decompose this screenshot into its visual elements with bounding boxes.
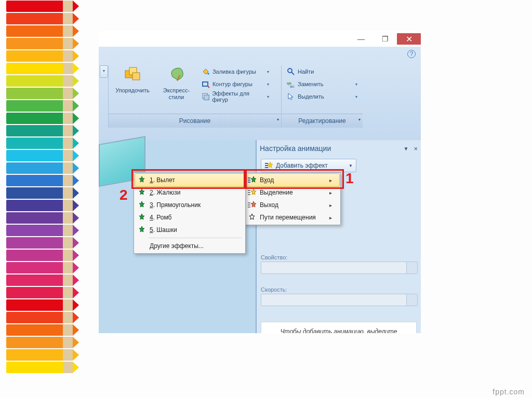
emphasis-label: Выделение (260, 189, 293, 196)
effect-4-label: 4. Ромб (150, 214, 172, 221)
anim-pane-title: Настройка анимации (260, 144, 331, 153)
shape-effects-label: Эффекты для фигур (212, 90, 264, 103)
property-dropdown (261, 262, 418, 274)
select-label: Выделить (298, 93, 324, 100)
find-label: Найти (298, 68, 314, 75)
svg-rect-5 (203, 82, 208, 86)
shape-fill-label: Заливка фигуры (212, 68, 256, 75)
footer-watermark: fppt.com (493, 388, 525, 396)
effect-other-label: Другие эффекты... (150, 242, 204, 250)
speed-label: Скорость: (261, 286, 417, 293)
screenshot-stage: — ❐ ✕ ? ▾ Упорядочить Экспресс-стили (99, 31, 421, 333)
maximize-button[interactable]: ❐ (373, 33, 397, 45)
quick-styles-button[interactable]: Экспресс-стили (155, 65, 197, 101)
svg-rect-17 (248, 190, 250, 191)
shape-outline-label: Контур фигуры (212, 81, 252, 87)
pane-options-icon[interactable]: ▼ (404, 146, 409, 152)
minimize-button[interactable]: — (349, 33, 373, 45)
effect-5-checker[interactable]: 5. Шашки (135, 224, 244, 236)
svg-rect-7 (204, 95, 209, 100)
group-drawing-label: Рисование (109, 114, 281, 128)
effect-4-diamond[interactable]: 4. Ромб (135, 211, 244, 224)
svg-text:ac: ac (290, 84, 294, 88)
menu-item-motion-paths[interactable]: Пути перемещения▸ (245, 211, 339, 224)
property-label: Свойство: (261, 254, 417, 260)
group-editing-label: Редактирование (282, 114, 363, 128)
help-icon[interactable]: ? (407, 50, 416, 58)
ribbon: ? ▾ Упорядочить Экспресс-стили Заливка ф… (99, 47, 421, 140)
effect-3-label: 3. Прямоугольник (150, 201, 201, 209)
svg-rect-22 (248, 207, 250, 208)
arrange-button[interactable]: Упорядочить (112, 65, 153, 94)
svg-rect-19 (248, 194, 250, 195)
svg-rect-13 (265, 167, 268, 168)
find-button[interactable]: Найти (285, 65, 360, 78)
svg-rect-21 (248, 204, 250, 205)
replace-label: Заменить (298, 81, 323, 87)
close-button[interactable]: ✕ (397, 33, 421, 45)
anim-hint-text: Чтобы добавить анимацию, выделите элемен… (261, 322, 417, 333)
select-button[interactable]: Выделить▾ (285, 90, 360, 103)
svg-rect-2 (132, 73, 140, 80)
svg-point-4 (207, 73, 209, 75)
annotation-number-2: 2 (119, 187, 128, 203)
gallery-prev-icon[interactable]: ▾ (100, 65, 108, 78)
effect-3-box[interactable]: 3. Прямоугольник (135, 199, 244, 211)
exit-label: Выход (260, 201, 278, 209)
pane-close-icon[interactable]: × (414, 145, 418, 153)
replace-button[interactable]: abac Заменить▾ (285, 78, 360, 90)
motion-paths-label: Пути перемещения (260, 214, 316, 221)
annotation-box-2 (131, 169, 247, 189)
arrange-label: Упорядочить (112, 87, 153, 94)
svg-rect-12 (265, 165, 268, 166)
effect-5-label: 5. Шашки (150, 226, 177, 234)
pencils-border (6, 0, 73, 374)
annotation-number-1: 1 (345, 170, 354, 187)
svg-rect-20 (248, 202, 250, 203)
menu-item-exit[interactable]: Выход▸ (245, 199, 339, 211)
svg-point-8 (288, 68, 292, 73)
quick-styles-label: Экспресс-стили (155, 87, 197, 101)
effect-2-label: 2. Жалюзи (150, 189, 180, 196)
shape-outline-button[interactable]: Контур фигуры▾ (200, 78, 271, 90)
add-effect-label: Добавить эффект (276, 162, 328, 169)
svg-rect-18 (248, 192, 250, 193)
shape-fill-button[interactable]: Заливка фигуры▾ (200, 65, 271, 78)
annotation-box-1 (244, 169, 344, 189)
speed-dropdown (261, 294, 418, 306)
window-titlebar: — ❐ ✕ (99, 31, 421, 47)
effect-other[interactable]: Другие эффекты... (135, 240, 244, 252)
shape-effects-button[interactable]: Эффекты для фигур▾ (200, 90, 271, 103)
